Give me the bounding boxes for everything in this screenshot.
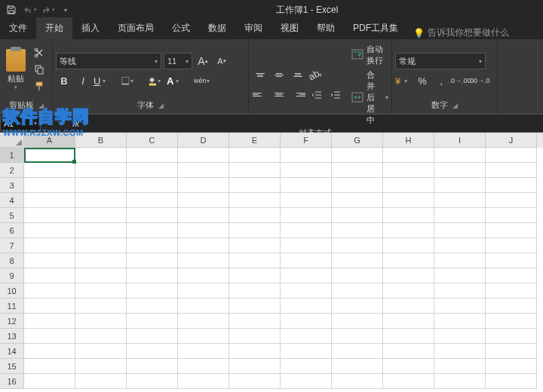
row-header[interactable]: 9 [0, 268, 24, 283]
cell[interactable] [281, 329, 332, 344]
cell[interactable] [229, 344, 281, 359]
tab-layout[interactable]: 页面布局 [109, 17, 163, 39]
save-icon[interactable] [3, 2, 20, 18]
cell[interactable] [24, 359, 75, 374]
row-header[interactable]: 13 [0, 329, 24, 344]
cell[interactable] [229, 374, 281, 389]
cell[interactable] [75, 314, 127, 329]
tell-me-search[interactable]: 💡 告诉我你想要做什么 [407, 26, 543, 39]
cell[interactable] [383, 163, 434, 178]
clipboard-launcher-icon[interactable]: ◢ [38, 102, 44, 109]
row-header[interactable]: 4 [0, 193, 24, 208]
cell[interactable] [434, 208, 486, 223]
cell[interactable] [383, 223, 434, 238]
cell[interactable] [178, 208, 229, 223]
cell[interactable] [127, 314, 178, 329]
cell[interactable] [75, 208, 127, 223]
cell[interactable] [383, 314, 434, 329]
cell[interactable] [486, 238, 537, 253]
cell[interactable] [281, 163, 332, 178]
cell[interactable] [332, 344, 383, 359]
undo-icon[interactable]: ▾ [21, 2, 38, 18]
cell[interactable] [383, 359, 434, 374]
cell[interactable] [281, 283, 332, 299]
cell[interactable] [434, 314, 486, 329]
cell[interactable] [178, 223, 229, 238]
cell[interactable] [332, 193, 383, 208]
fx-icon[interactable]: fx [72, 118, 79, 129]
increase-font-icon[interactable]: A▴ [195, 53, 211, 69]
redo-icon[interactable]: ▾ [39, 2, 56, 18]
cell[interactable] [75, 148, 127, 163]
cell[interactable] [24, 223, 75, 238]
cell[interactable] [178, 329, 229, 344]
cell[interactable] [332, 374, 383, 389]
column-header[interactable]: I [434, 133, 486, 148]
cell[interactable] [127, 193, 178, 208]
cell[interactable] [434, 283, 486, 299]
cell[interactable] [229, 314, 281, 329]
row-header[interactable]: 15 [0, 359, 24, 374]
cut-icon[interactable] [32, 45, 47, 60]
increase-decimal-icon[interactable]: .0→.00 [452, 72, 468, 89]
increase-indent-icon[interactable] [327, 87, 344, 103]
cell[interactable] [24, 299, 75, 314]
cell[interactable] [434, 329, 486, 344]
cell[interactable] [229, 283, 281, 299]
cell[interactable] [332, 299, 383, 314]
cell[interactable] [24, 178, 75, 193]
cell[interactable] [24, 208, 75, 223]
cell[interactable] [434, 163, 486, 178]
cancel-formula-icon[interactable]: ✕ [47, 118, 54, 128]
cell[interactable] [24, 283, 75, 299]
cell[interactable] [281, 268, 332, 283]
cell[interactable] [178, 268, 229, 283]
cell[interactable] [434, 148, 486, 163]
cell[interactable] [127, 238, 178, 253]
tab-view[interactable]: 视图 [272, 17, 308, 39]
cell[interactable] [486, 178, 537, 193]
underline-button[interactable]: U▾ [94, 72, 110, 89]
decrease-font-icon[interactable]: A▾ [213, 53, 230, 69]
italic-button[interactable]: I [75, 72, 91, 89]
cell[interactable] [486, 148, 537, 163]
tab-formulas[interactable]: 公式 [163, 17, 199, 39]
cell[interactable] [178, 238, 229, 253]
cell[interactable] [229, 299, 281, 314]
cell[interactable] [127, 208, 178, 223]
cell[interactable] [24, 148, 75, 163]
cell[interactable] [229, 163, 281, 178]
cell[interactable] [178, 148, 229, 163]
align-left-icon[interactable] [252, 87, 268, 103]
cell[interactable] [178, 178, 229, 193]
cell[interactable] [229, 208, 281, 223]
name-box[interactable]: A1▾ [0, 116, 41, 131]
phonetic-button[interactable]: wén ▾ [194, 72, 210, 89]
align-middle-icon[interactable] [271, 68, 287, 83]
cell[interactable] [332, 283, 383, 299]
column-header[interactable]: B [75, 133, 127, 148]
cell[interactable] [75, 329, 127, 344]
cell[interactable] [127, 329, 178, 344]
cell[interactable] [127, 283, 178, 299]
cell[interactable] [332, 329, 383, 344]
cell[interactable] [178, 283, 229, 299]
tab-data[interactable]: 数据 [199, 17, 235, 39]
format-painter-icon[interactable] [32, 78, 47, 93]
cell[interactable] [486, 208, 537, 223]
tab-file[interactable]: 文件 [0, 17, 36, 39]
tab-insert[interactable]: 插入 [72, 17, 109, 39]
cell[interactable] [127, 374, 178, 389]
cell[interactable] [281, 208, 332, 223]
font-name-dropdown[interactable]: 等线▾ [56, 53, 161, 69]
font-size-dropdown[interactable]: 11▾ [164, 53, 192, 69]
comma-button[interactable]: , [433, 72, 449, 89]
cell[interactable] [178, 359, 229, 374]
cell[interactable] [24, 268, 75, 283]
cell[interactable] [332, 268, 383, 283]
cell[interactable] [229, 268, 281, 283]
cell[interactable] [486, 374, 537, 389]
accounting-format-button[interactable]: ¥▾ [395, 72, 412, 89]
cell[interactable] [24, 238, 75, 253]
cell[interactable] [486, 344, 537, 359]
